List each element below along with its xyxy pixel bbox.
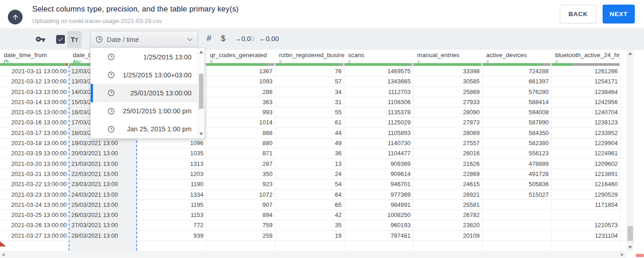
dropdown-option-label: 1/25/2015 13:00	[115, 53, 198, 61]
increase-decimal-button[interactable]: ←0.00	[259, 35, 279, 42]
table-cell: 1203	[137, 169, 206, 179]
table-cell: 24615	[413, 179, 482, 189]
scroll-left-icon[interactable]	[2, 253, 5, 257]
table-cell: 984991	[344, 200, 413, 210]
table-cell: 772	[137, 220, 206, 230]
table-cell: 28/03/2021 13:00	[69, 231, 137, 240]
table-cell: 1254171	[551, 76, 621, 86]
dropdown-option[interactable]: 25/01/2015 1:00:00 pm	[91, 102, 198, 120]
table-cell: 35	[275, 220, 344, 230]
column-quality-bar	[551, 63, 620, 66]
table-cell: 1035	[137, 148, 206, 158]
table-row: 2021-03-20 13:00:0021/03/2021 13:0013132…	[0, 159, 627, 169]
dropdown-option-label: Jan 25, 2015 1:00 pm	[115, 125, 198, 133]
table-cell: 1112703	[344, 87, 413, 97]
table-cell: 2021-03-27 13:00:00	[0, 231, 69, 240]
table-cell: 939	[137, 231, 206, 240]
table-cell: 33398	[413, 66, 482, 76]
table-cell: 1096	[137, 138, 206, 148]
type-format-dropdown: 1/25/2015 13:001/25/2015 13:00+03:0025/0…	[90, 47, 205, 139]
table-cell: 19/03/2021 13:00	[69, 138, 137, 148]
table-cell: 19	[275, 231, 344, 240]
table-cell: 65	[275, 200, 344, 210]
table-cell	[413, 241, 482, 251]
scroll-up-icon[interactable]	[199, 51, 203, 53]
table-cell: 2021-03-26 13:00:00	[0, 220, 69, 230]
column-quality-bar	[482, 63, 551, 66]
table-cell: 49	[275, 138, 344, 148]
vertical-scrollbar[interactable]	[627, 50, 634, 251]
table-cell: 64	[275, 190, 344, 199]
dropdown-option[interactable]: Jan 25, 2015 1:00 pm	[91, 120, 198, 138]
column-quality-bar	[344, 63, 412, 66]
number-format-icon[interactable]: #	[207, 34, 211, 43]
primary-key-icon[interactable]	[35, 34, 46, 44]
table-cell: 2021-03-20 13:00:00	[0, 159, 69, 169]
table-cell: 21/03/2021 13:00	[69, 159, 137, 169]
currency-format-icon[interactable]: $	[221, 34, 225, 43]
table-cell: 871	[206, 148, 275, 158]
table-cell: 556123	[482, 148, 551, 158]
column-name: bluetooth_active_24_hr_	[551, 52, 621, 59]
scroll-down-icon[interactable]	[628, 246, 632, 249]
table-cell: 1290529	[551, 190, 621, 199]
table-cell: 582380	[482, 138, 551, 148]
decrease-decimal-button[interactable]: →0.00	[235, 35, 255, 42]
table-cell: 1216460	[551, 179, 621, 189]
table-cell: 2021-03-12 13:00:00	[0, 76, 69, 86]
dropdown-option[interactable]: 1/25/2015 13:00	[91, 48, 198, 66]
table-cell: 977369	[344, 190, 413, 199]
table-cell: 28090	[413, 107, 482, 117]
table-cell: 288	[206, 87, 275, 97]
vertical-scrollbar-thumb[interactable]	[627, 226, 633, 241]
include-column-checkbox[interactable]	[56, 35, 65, 44]
dropdown-option[interactable]: 25/01/2015 13:00:00	[91, 84, 198, 102]
table-cell: 993	[206, 107, 275, 117]
scroll-up-icon[interactable]	[628, 52, 632, 55]
table-cell: 1343665	[344, 76, 413, 86]
column-type-select[interactable]: Date / time	[90, 31, 198, 48]
table-cell: 923	[206, 179, 275, 189]
table-cell: 759	[206, 220, 275, 230]
dropdown-scrollbar[interactable]	[197, 48, 204, 138]
table-row: 2021-03-19 13:00:0020/03/2021 13:0010358…	[0, 148, 627, 158]
table-cell: 797481	[344, 231, 413, 240]
table-cell: 2021-03-11 13:00:00	[0, 66, 69, 76]
table-cell: 25869	[413, 87, 482, 97]
horizontal-scrollbar[interactable]	[0, 251, 627, 258]
next-button[interactable]: NEXT	[603, 5, 635, 23]
table-cell: 724288	[482, 66, 551, 76]
table-cell: 26/03/2021 13:00	[69, 210, 137, 220]
text-type-button[interactable]: Tt	[67, 31, 81, 48]
scroll-down-icon[interactable]	[199, 133, 203, 135]
table-cell: 54	[275, 179, 344, 189]
clock-icon	[107, 71, 115, 79]
page-title: Select columns type, precision, and the …	[32, 5, 239, 13]
scroll-right-icon[interactable]	[621, 253, 624, 257]
table-cell: 960193	[344, 220, 413, 230]
table-cell: 44	[275, 128, 344, 138]
app-window: Select columns type, precision, and the …	[0, 0, 644, 258]
table-cell: 13	[275, 159, 344, 169]
table-row: 2021-03-27 13:00:0028/03/2021 13:0093925…	[0, 231, 627, 241]
table-row: 2021-03-18 13:00:0019/03/2021 13:0010968…	[0, 138, 627, 148]
column-type-value: Date / time	[107, 36, 187, 43]
table-cell: 1153	[137, 210, 206, 220]
upload-status: Uploading nz-covid-tracer-usage-2021-03-…	[32, 18, 162, 24]
table-cell: 2021-03-17 13:00:00	[0, 128, 69, 138]
arrow-left-icon: ←	[259, 35, 266, 42]
table-cell: 55	[275, 107, 344, 117]
dropdown-option-list: 1/25/2015 13:001/25/2015 13:00+03:0025/0…	[91, 48, 198, 138]
table-cell: 30585	[413, 76, 482, 86]
back-button[interactable]: BACK	[560, 5, 597, 23]
dropdown-option[interactable]: 1/25/2015 13:00+03:00	[91, 66, 198, 84]
table-cell: 363	[206, 97, 275, 107]
table-cell: 2021-03-25 13:00:00	[0, 210, 69, 220]
table-row: 2021-03-25 13:00:0026/03/2021 13:0011538…	[0, 210, 627, 220]
header: Select columns type, precision, and the …	[0, 0, 644, 29]
table-cell: 588414	[482, 97, 551, 107]
table-cell: 2021-03-22 13:00:00	[0, 179, 69, 189]
dropdown-scrollbar-thumb[interactable]	[199, 74, 203, 109]
table-row: 2021-03-26 13:00:0027/03/2021 13:0077275…	[0, 220, 627, 230]
table-cell: 24	[275, 169, 344, 179]
